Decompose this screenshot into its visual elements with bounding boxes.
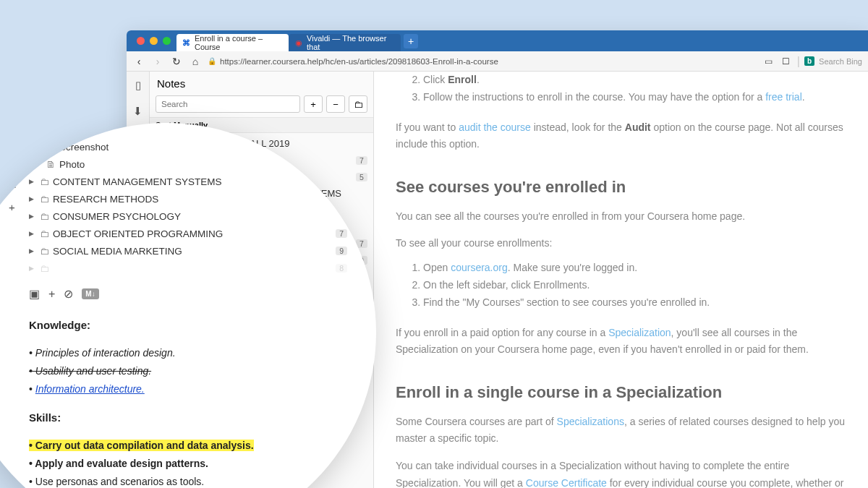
note-line: • Principles of interaction design. — [29, 345, 347, 361]
delete-note-button[interactable]: − — [326, 95, 345, 113]
lock-icon: 🔒 — [208, 57, 216, 65]
folder-icon: 🗀 — [40, 176, 49, 187]
generic-icon[interactable]: ▬ — [9, 181, 16, 189]
paragraph: To see all your course enrollments: — [396, 235, 846, 252]
new-folder-button[interactable]: 🗀 — [349, 95, 367, 113]
vivaldi-icon: ◉ — [294, 38, 303, 48]
add-note-button[interactable]: + — [304, 95, 323, 113]
markdown-toggle[interactable]: M↓ — [82, 288, 98, 299]
specialization-link[interactable]: Specialization — [608, 327, 671, 338]
downloads-icon[interactable]: ⬇ — [133, 105, 142, 118]
tab-inactive[interactable]: ◉ Vivaldi — The browser that — [289, 34, 401, 51]
tree-folder[interactable]: ▶🗀CONSUMER PSYCHOLOGY — [29, 207, 347, 225]
free-trial-link[interactable]: free trial — [765, 91, 802, 103]
tree-folder[interactable]: ▶🗀8 — [29, 260, 347, 277]
paragraph: If you enroll in a paid option for any c… — [396, 325, 846, 359]
certificate-link[interactable]: Course Certificate — [526, 477, 607, 488]
tab-bar: ⌘ Enroll in a course – Course ◉ Vivaldi … — [127, 30, 868, 51]
window-controls — [131, 37, 176, 45]
skills-heading: Skills: — [29, 409, 347, 427]
search-placeholder[interactable]: Search Bing — [819, 57, 862, 66]
tree-folder[interactable]: ▶🗀RESEARCH METHODS — [29, 190, 347, 207]
notes-panel-icon[interactable]: ◔ — [4, 154, 20, 170]
page-content: Click Enroll. Follow the instructions to… — [374, 72, 868, 488]
list-item: Find the "My Courses" section to see cou… — [423, 294, 846, 312]
paragraph: Some Coursera courses are part of Specia… — [396, 414, 846, 448]
tree-folder[interactable]: ▶🗀SOCIAL MEDIA MARKETING9 — [29, 242, 347, 260]
heading-see-courses: See courses you're enrolled in — [396, 174, 846, 200]
reload-button[interactable]: ↻ — [170, 55, 183, 68]
specializations-link[interactable]: Specializations — [557, 416, 624, 427]
chevron-right-icon: ▶ — [29, 195, 36, 202]
note-line: • Use personas and scenarios as tools. — [29, 474, 347, 488]
audit-link[interactable]: audit the course — [459, 121, 531, 133]
chevron-right-icon: ▶ — [29, 247, 36, 254]
chevron-right-icon: ▶ — [29, 213, 36, 220]
minimize-window-icon[interactable] — [150, 37, 158, 45]
tree-folder[interactable]: ▶🗀CONTENT MANAGEMENT SYSTEMS — [29, 173, 347, 190]
folder-icon: 🗀 — [40, 194, 49, 205]
note-line-highlight: • Carry out data compilation and data an… — [29, 437, 347, 454]
enroll-step-2: Click Enroll. — [423, 72, 846, 89]
folder-icon: 🗀 — [40, 228, 49, 239]
paragraph: You can take individual courses in a Spe… — [396, 458, 846, 488]
audit-paragraph: If you want to audit the course instead,… — [396, 119, 846, 154]
right-buttons: ▭ ☐ | b Search Bing — [762, 55, 862, 68]
home-button[interactable]: ⌂ — [189, 55, 202, 68]
back-button[interactable]: ‹ — [132, 55, 145, 68]
reader-icon[interactable]: ▭ — [762, 55, 775, 68]
new-tab-button[interactable]: + — [404, 34, 418, 48]
forward-button[interactable]: › — [151, 55, 164, 68]
attachment-icon[interactable]: ⊘ — [64, 287, 73, 301]
panel-title: Notes — [150, 72, 373, 95]
note-line-link: • Information architecture. — [29, 381, 347, 398]
add-panel-icon[interactable]: + — [9, 201, 15, 213]
bing-icon: b — [804, 56, 814, 66]
count-badge: 5 — [356, 173, 367, 181]
enroll-step-3: Follow the instructions to enroll in the… — [423, 89, 846, 106]
add-icon[interactable]: + — [48, 288, 55, 301]
folder-icon: 🗀 — [40, 211, 49, 222]
list-item: Open coursera.org. Make sure you're logg… — [423, 260, 846, 277]
tab-title: Vivaldi — The browser that — [307, 34, 395, 51]
coursera-link[interactable]: coursera.org — [451, 262, 508, 273]
page-icon[interactable]: 🗎 — [7, 130, 17, 142]
bookmark-icon[interactable]: ☐ — [780, 55, 793, 68]
knowledge-heading: Knowledge: — [29, 317, 347, 335]
notes-search-input[interactable] — [156, 95, 300, 113]
info-arch-link[interactable]: Information architecture. — [35, 383, 145, 395]
list-item: On the left sidebar, click Enrollments. — [423, 277, 846, 294]
camera-icon[interactable]: ▣ — [29, 287, 40, 301]
bookmarks-icon[interactable]: ▯ — [135, 79, 141, 92]
note-line-strike: • Usability and user testing. — [29, 363, 347, 380]
coursera-icon: ⌘ — [182, 38, 191, 48]
note-line-bold: • Apply and evaluate design patterns. — [29, 455, 347, 472]
file-icon: 🗎 — [46, 159, 56, 170]
tree-folder[interactable]: ▶🗀OBJECT ORIENTED PROGRAMMING7 — [29, 225, 347, 242]
heading-single-course: Enroll in a single course in a Specializ… — [396, 379, 846, 406]
file-icon: 🗎 — [46, 142, 56, 153]
chevron-right-icon: ▶ — [29, 230, 36, 237]
address-bar: ‹ › ↻ ⌂ 🔒 https://learner.coursera.help/… — [127, 51, 868, 72]
note-toolbar: ▣ + ⊘ M↓ — [29, 277, 347, 309]
note-editor[interactable]: Knowledge: • Principles of interaction d… — [29, 317, 347, 488]
folder-icon: 🗀 — [40, 246, 49, 257]
chevron-right-icon: ▶ — [29, 178, 36, 185]
tab-active[interactable]: ⌘ Enroll in a course – Course — [176, 34, 289, 51]
maximize-window-icon[interactable] — [163, 37, 171, 45]
url-text: https://learner.coursera.help/hc/en-us/a… — [220, 57, 498, 66]
url-field[interactable]: 🔒 https://learner.coursera.help/hc/en-us… — [208, 57, 757, 66]
paragraph: You can see all the courses you're enrol… — [396, 208, 846, 226]
zoom-iconbar: 🗎 ◔ ▬ + — [0, 130, 24, 213]
count-badge: 7 — [356, 156, 367, 165]
close-window-icon[interactable] — [137, 37, 145, 45]
tab-title: Enroll in a course – Course — [195, 34, 283, 51]
